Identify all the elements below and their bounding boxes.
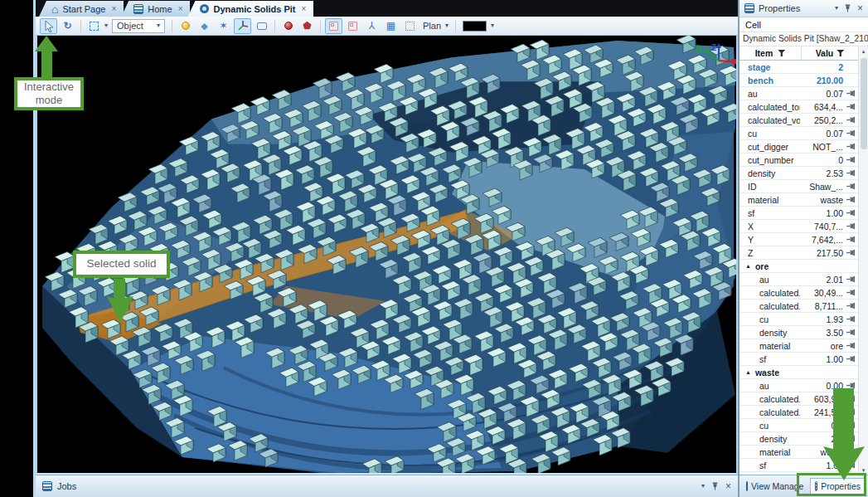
tab-view-manager[interactable]: View Manage: [742, 479, 807, 494]
property-row[interactable]: calculated_ton...634,4...: [739, 100, 858, 114]
property-row[interactable]: calculated...241,5...: [739, 406, 858, 419]
property-row[interactable]: sf1.00: [739, 207, 858, 220]
color-dropdown[interactable]: ▾: [460, 21, 497, 32]
filter-icon[interactable]: [778, 50, 785, 56]
tab-dynamic-solids-pit[interactable]: Dynamic Solids Pit ×: [187, 1, 313, 17]
property-row[interactable]: calculated...8,711...: [739, 300, 858, 313]
pin-cell[interactable]: [843, 382, 858, 389]
triad-button[interactable]: ⅄: [363, 18, 381, 34]
interactive-select-button[interactable]: [40, 18, 57, 34]
pin-cell[interactable]: [843, 421, 858, 429]
close-icon[interactable]: ×: [302, 4, 307, 13]
pin-cell[interactable]: [843, 116, 858, 124]
filter-button[interactable]: ✶: [215, 18, 232, 34]
property-row[interactable]: density2.5: [739, 432, 858, 446]
pin-cell[interactable]: [843, 461, 858, 469]
extents-button[interactable]: [401, 18, 419, 34]
pin-cell[interactable]: [843, 329, 858, 336]
filter-icon[interactable]: [836, 50, 844, 56]
comment-button[interactable]: [253, 18, 270, 34]
chevron-down-icon[interactable]: ▾: [701, 483, 705, 490]
chevron-down-icon[interactable]: ▾: [835, 5, 838, 12]
value-column-header[interactable]: Valu: [802, 46, 858, 60]
property-row[interactable]: au0.00: [739, 379, 858, 392]
property-row[interactable]: calculated_vol...250,2...: [739, 114, 858, 127]
plan-view-dropdown[interactable]: Plan ▾: [420, 21, 451, 31]
property-row[interactable]: calculated...603,9...: [739, 392, 858, 406]
property-row[interactable]: materialore: [739, 339, 858, 353]
close-icon[interactable]: ×: [857, 2, 863, 14]
item-column-header[interactable]: Item: [739, 46, 802, 60]
pin-cell[interactable]: [843, 129, 858, 137]
property-row[interactable]: density3.50: [739, 326, 858, 339]
chevron-down-icon[interactable]: ▾: [104, 22, 108, 29]
property-row[interactable]: IDShaw_...: [739, 180, 858, 193]
tab-home[interactable]: Home ×: [121, 1, 190, 17]
pin-cell[interactable]: [843, 90, 858, 97]
grid-button[interactable]: ▦: [382, 18, 400, 34]
cube-front-button[interactable]: [325, 18, 342, 34]
collapse-icon[interactable]: ▲: [745, 369, 751, 375]
scrollbar[interactable]: ▲ ▼: [858, 46, 868, 475]
property-row[interactable]: au0.07: [739, 87, 858, 100]
property-group-row[interactable]: ▲waste: [739, 366, 858, 379]
pin-cell[interactable]: [843, 183, 858, 190]
marquee-select-button[interactable]: [85, 18, 103, 34]
property-row[interactable]: cut_number0: [739, 153, 858, 167]
tab-start-page[interactable]: ⌂ Start Page ×: [39, 1, 124, 17]
property-row[interactable]: au2.01: [739, 273, 858, 286]
pin-cell[interactable]: [843, 249, 858, 256]
pin-cell[interactable]: [843, 302, 858, 309]
pin-cell[interactable]: [843, 435, 858, 442]
pin-cell[interactable]: [843, 315, 858, 323]
3d-viewport[interactable]: ZNE: [36, 36, 738, 475]
property-row[interactable]: Z217.50: [739, 246, 858, 260]
property-row[interactable]: cu0.07: [739, 127, 858, 140]
property-row[interactable]: calculated...30,49...: [739, 286, 858, 300]
scrollbar-thumb[interactable]: [861, 58, 867, 149]
axes-mode-button[interactable]: [234, 18, 251, 34]
tab-properties[interactable]: Properties: [810, 478, 866, 495]
pin-cell[interactable]: [843, 275, 858, 283]
pin-cell[interactable]: [843, 342, 858, 349]
scroll-down-icon[interactable]: ▼: [859, 465, 868, 475]
jobs-label[interactable]: Jobs: [57, 481, 76, 491]
pin-cell[interactable]: [843, 209, 858, 217]
property-group-row[interactable]: ▲ore: [739, 260, 858, 273]
property-row[interactable]: cut_diggerNOT_...: [739, 140, 858, 153]
property-row[interactable]: sf1.00: [739, 459, 858, 472]
property-row[interactable]: cu0.0: [739, 419, 858, 432]
close-icon[interactable]: ×: [111, 4, 116, 13]
collapse-icon[interactable]: ▲: [745, 263, 751, 269]
label-button[interactable]: ◆: [196, 18, 213, 34]
close-icon[interactable]: ×: [725, 480, 731, 492]
light-button[interactable]: [177, 18, 194, 34]
scroll-up-icon[interactable]: ▲: [859, 46, 868, 56]
pin-icon[interactable]: [844, 3, 851, 13]
solid-display-button[interactable]: ⬟: [298, 18, 316, 34]
pin-cell[interactable]: [843, 143, 858, 150]
pin-cell[interactable]: [843, 448, 858, 456]
property-row[interactable]: cu1.93: [739, 313, 858, 326]
pin-cell[interactable]: [843, 395, 858, 402]
property-row[interactable]: materialwaste: [739, 193, 858, 207]
pin-cell[interactable]: [843, 222, 858, 230]
pin-cell[interactable]: [843, 196, 858, 203]
property-row[interactable]: stage2: [739, 61, 858, 74]
pin-cell[interactable]: [843, 156, 858, 163]
property-row[interactable]: bench210.00: [739, 74, 858, 87]
property-row[interactable]: Y7,642,...: [739, 233, 858, 246]
property-row[interactable]: sf1.00: [739, 353, 858, 366]
orbit-button[interactable]: ↻: [59, 18, 76, 34]
object-dropdown[interactable]: Object ▾: [112, 19, 165, 33]
cell-tab[interactable]: Cell: [739, 17, 868, 32]
pin-cell[interactable]: [843, 355, 858, 363]
pin-cell[interactable]: [843, 103, 858, 110]
pin-cell[interactable]: [843, 408, 858, 416]
cube-back-button[interactable]: [344, 18, 361, 34]
close-icon[interactable]: ×: [178, 4, 183, 13]
pin-cell[interactable]: [843, 289, 858, 296]
pin-cell[interactable]: [843, 236, 858, 243]
pin-icon[interactable]: [711, 481, 719, 491]
sphere-display-button[interactable]: [279, 18, 297, 34]
